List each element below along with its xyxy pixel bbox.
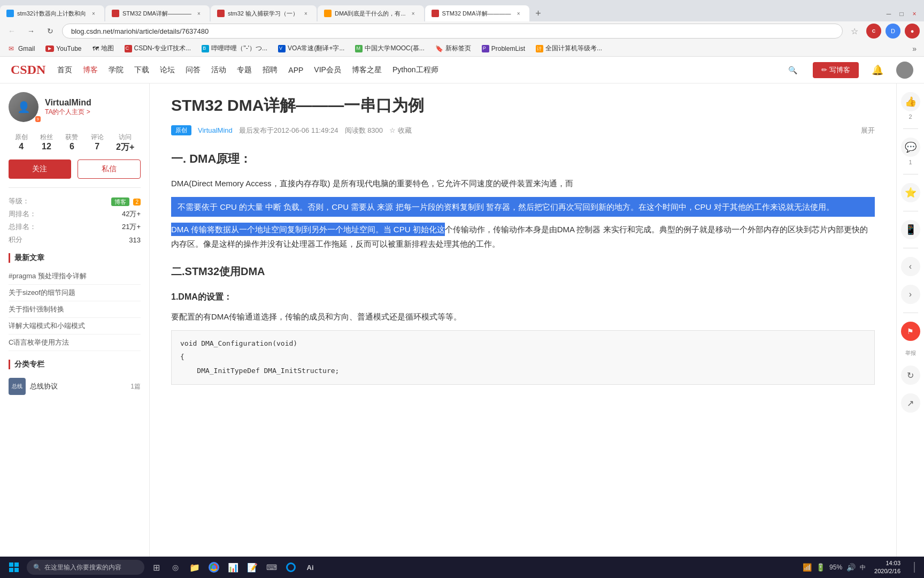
tab-close-3[interactable]: × bbox=[302, 9, 310, 18]
tab-close-4[interactable]: × bbox=[409, 9, 418, 18]
nav-forum[interactable]: 论坛 bbox=[159, 63, 176, 77]
nav-recruit[interactable]: 招聘 bbox=[261, 63, 279, 77]
next-article-button[interactable]: › bbox=[901, 285, 920, 304]
article-link-2[interactable]: 关于指针强制转换 bbox=[9, 305, 64, 313]
bookmarks-more[interactable]: » bbox=[909, 43, 920, 54]
taskbar-powerpoint[interactable]: 📊 bbox=[225, 559, 242, 576]
network-icon[interactable]: 📶 bbox=[803, 563, 812, 572]
taskbar-task-view[interactable]: ⊞ bbox=[148, 559, 165, 576]
show-desktop-button[interactable] bbox=[909, 558, 920, 577]
taskbar-app-ai[interactable]: Ai bbox=[302, 559, 319, 576]
tab-4[interactable]: DMA到底是干什么的，有... × bbox=[318, 5, 424, 21]
category-item-0[interactable]: 总线 总线协议 1篇 bbox=[9, 375, 141, 398]
nav-star[interactable]: 博客之星 bbox=[351, 63, 383, 77]
comment-action[interactable]: 💬 1 bbox=[901, 138, 920, 165]
tab-1[interactable]: stm32计数器向上计数和向 × bbox=[0, 5, 104, 21]
csdn-logo[interactable]: CSDN bbox=[11, 63, 45, 77]
extension-csdn[interactable]: C bbox=[866, 24, 881, 39]
tab-favicon-1 bbox=[6, 10, 14, 17]
bookmark-problemlist[interactable]: P ProblemList bbox=[478, 43, 529, 54]
article-author[interactable]: VirtualMind bbox=[198, 126, 233, 134]
article-collect-button[interactable]: ☆ 收藏 bbox=[389, 126, 412, 135]
bookmark-mooc[interactable]: M 中国大学MOOC(慕... bbox=[351, 42, 428, 55]
new-tab-button[interactable]: + bbox=[530, 5, 546, 21]
stat-value-visits: 2万+ bbox=[116, 142, 134, 153]
battery-icon[interactable]: 🔋 bbox=[816, 563, 825, 572]
minimize-button[interactable]: ─ bbox=[883, 9, 894, 19]
nav-academy[interactable]: 学院 bbox=[107, 63, 125, 77]
report-button[interactable]: ⚑ bbox=[901, 322, 920, 341]
extension-red[interactable]: ● bbox=[905, 24, 920, 39]
clock[interactable]: 14:03 2020/2/16 bbox=[870, 559, 905, 576]
back-button[interactable]: ← bbox=[4, 24, 19, 39]
tab-close-5[interactable]: × bbox=[514, 9, 523, 18]
url-text: blog.csdn.net/mariohi/article/details/76… bbox=[71, 27, 209, 35]
article-link-3[interactable]: 详解大端模式和小端模式 bbox=[9, 322, 85, 330]
bookmark-bilibili[interactable]: B 哔哩哔哩（''-'）つ... bbox=[197, 42, 272, 55]
article-item-3[interactable]: 详解大端模式和小端模式 bbox=[9, 318, 141, 334]
bookmark-maps[interactable]: 🗺 地图 bbox=[88, 42, 118, 55]
start-button[interactable] bbox=[4, 558, 24, 577]
nav-blog[interactable]: 博客 bbox=[82, 63, 99, 77]
article-link-1[interactable]: 关于sizeof的细节问题 bbox=[9, 288, 75, 296]
nav-app[interactable]: APP bbox=[287, 64, 304, 77]
write-blog-button[interactable]: ✏ 写博客 bbox=[813, 62, 859, 78]
tab-3[interactable]: stm32 输入捕获学习（一） × bbox=[211, 5, 317, 21]
bookmark-newtab[interactable]: 🔖 新标签页 bbox=[431, 42, 475, 55]
nav-vip[interactable]: VIP会员 bbox=[313, 63, 342, 77]
voa-icon: V bbox=[278, 45, 286, 52]
tab-close-2[interactable]: × bbox=[195, 9, 203, 18]
article-expand-button[interactable]: 展开 bbox=[861, 126, 875, 135]
taskbar-chrome[interactable] bbox=[205, 559, 222, 576]
bookmark-youtube[interactable]: ▶ YouTube bbox=[41, 43, 86, 54]
author-profile-link[interactable]: TA的个人主页 > bbox=[45, 108, 91, 117]
bell-button[interactable]: 🔔 bbox=[869, 62, 886, 78]
taskbar-cmd[interactable]: ⌨ bbox=[263, 559, 280, 576]
article-item-4[interactable]: C语言枚举使用方法 bbox=[9, 334, 141, 351]
forward-button[interactable]: → bbox=[24, 24, 38, 39]
reload-button[interactable]: ↻ bbox=[43, 24, 58, 39]
address-bar[interactable]: blog.csdn.net/mariohi/article/details/76… bbox=[62, 24, 843, 39]
bookmark-computer[interactable]: 计 全国计算机等级考... bbox=[532, 42, 606, 55]
nav-home[interactable]: 首页 bbox=[56, 63, 73, 77]
bookmark-action[interactable]: ⭐ bbox=[901, 183, 920, 202]
maximize-button[interactable]: □ bbox=[896, 9, 907, 19]
tab-2[interactable]: STM32 DMA详解———— × bbox=[105, 5, 210, 21]
follow-button[interactable]: 关注 bbox=[9, 159, 71, 179]
article-item-1[interactable]: 关于sizeof的细节问题 bbox=[9, 285, 141, 301]
language-icon[interactable]: 中 bbox=[860, 564, 866, 572]
nav-qa[interactable]: 问答 bbox=[184, 63, 202, 77]
user-avatar-header[interactable] bbox=[896, 62, 913, 79]
volume-icon[interactable]: 🔊 bbox=[846, 563, 856, 572]
nav-download[interactable]: 下载 bbox=[133, 63, 150, 77]
bookmark-csdn[interactable]: C CSDN-专业IT技术... bbox=[120, 42, 196, 55]
action-divider-2 bbox=[903, 174, 918, 174]
article-link-4[interactable]: C语言枚举使用方法 bbox=[9, 338, 69, 346]
message-button[interactable]: 私信 bbox=[78, 159, 141, 179]
tab-close-1[interactable]: × bbox=[89, 9, 98, 18]
tab-5[interactable]: STM32 DMA详解———— × bbox=[425, 5, 529, 21]
profile-button[interactable]: D bbox=[886, 24, 900, 39]
bookmark-voa[interactable]: V VOA常速(翻译+字... bbox=[274, 42, 349, 55]
taskbar-search[interactable]: 🔍 在这里输入你要搜索的内容 bbox=[27, 560, 144, 575]
article-item-0[interactable]: #pragma 预处理指令详解 bbox=[9, 268, 141, 285]
nav-topic[interactable]: 专题 bbox=[236, 63, 253, 77]
taskbar-explorer[interactable]: 📁 bbox=[186, 559, 203, 576]
phone-action[interactable]: 📱 bbox=[901, 220, 920, 239]
bookmark-star[interactable]: ☆ bbox=[847, 24, 862, 39]
taskbar-editor[interactable]: 📝 bbox=[244, 559, 261, 576]
share-button[interactable]: ↗ bbox=[901, 393, 920, 413]
taskbar-browser2[interactable] bbox=[282, 559, 299, 576]
like-action[interactable]: 👍 2 bbox=[901, 92, 920, 120]
article-link-0[interactable]: #pragma 预处理指令详解 bbox=[9, 272, 87, 280]
stat-visits: 访问 2万+ bbox=[116, 133, 134, 153]
close-button[interactable]: × bbox=[909, 9, 920, 19]
csdn-search-button[interactable]: 🔍 bbox=[783, 60, 802, 80]
nav-activity[interactable]: 活动 bbox=[210, 63, 227, 77]
refresh-action[interactable]: ↻ bbox=[901, 366, 920, 385]
article-item-2[interactable]: 关于指针强制转换 bbox=[9, 301, 141, 318]
bookmark-gmail[interactable]: ✉ Gmail bbox=[4, 43, 39, 54]
nav-python[interactable]: Python工程师 bbox=[391, 63, 440, 77]
prev-article-button[interactable]: ‹ bbox=[901, 257, 920, 276]
taskbar-cortana[interactable]: ◎ bbox=[167, 559, 184, 576]
